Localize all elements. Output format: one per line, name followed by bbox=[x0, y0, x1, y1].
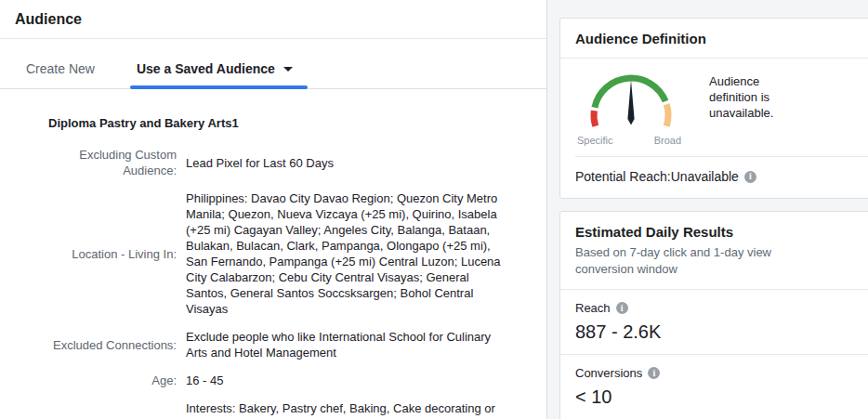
conversions-label-row: Conversions bbox=[575, 366, 868, 380]
audience-definition-message: Audience definition is unavailable. bbox=[709, 71, 795, 146]
reach-label: Reach bbox=[575, 301, 611, 315]
audience-section: Audience Create New Use a Saved Audience… bbox=[0, 0, 547, 419]
estimated-daily-results-header: Estimated Daily Results Based on 7-day c… bbox=[560, 212, 868, 289]
info-icon[interactable] bbox=[616, 302, 628, 314]
field-value: Interests: Bakery, Pastry chef, Baking, … bbox=[186, 400, 509, 419]
reach-label-row: Reach bbox=[575, 301, 868, 315]
field-row-excluding-custom-audience: Excluding Custom Audience: Lead Pixel fo… bbox=[48, 147, 509, 178]
tab-use-saved-audience[interactable]: Use a Saved Audience bbox=[137, 61, 293, 76]
tab-create-new[interactable]: Create New bbox=[26, 61, 95, 76]
gauge-icon bbox=[575, 71, 687, 130]
conversions-value: < 10 bbox=[575, 386, 868, 408]
conversions-label: Conversions bbox=[575, 366, 642, 380]
potential-reach-label: Potential Reach:Unavailable bbox=[575, 169, 739, 184]
audience-definition-gauge: Specific Broad bbox=[575, 71, 687, 146]
field-value: 16 - 45 bbox=[186, 373, 509, 388]
field-label: Excluded Connections: bbox=[48, 337, 177, 353]
saved-audience-name: Diploma Pastry and Bakery Arts1 bbox=[48, 116, 509, 130]
conversions-metric: Conversions < 10 bbox=[560, 354, 868, 419]
gauge-arc-specific bbox=[594, 111, 596, 126]
field-row-age: Age: 16 - 45 bbox=[48, 373, 509, 388]
audience-definition-title: Audience Definition bbox=[560, 19, 868, 59]
gauge-needle-icon bbox=[627, 80, 634, 125]
estimated-daily-results-title: Estimated Daily Results bbox=[575, 224, 868, 240]
gauge-labels: Specific Broad bbox=[575, 135, 687, 146]
gauge-arc-broad bbox=[666, 104, 668, 125]
reach-metric: Reach 887 - 2.6K bbox=[560, 289, 868, 354]
page-title: Audience bbox=[15, 11, 82, 27]
field-label: Excluding Custom Audience: bbox=[48, 147, 177, 178]
gauge-label-specific: Specific bbox=[577, 135, 613, 146]
audience-definition-card: Audience Definition Specific Broad Audie… bbox=[559, 18, 868, 199]
potential-reach-row: Potential Reach:Unavailable bbox=[560, 157, 868, 198]
sidebar: Audience Definition Specific Broad Audie… bbox=[547, 0, 868, 419]
tab-create-new-label: Create New bbox=[26, 61, 95, 76]
section-header: Audience bbox=[0, 0, 546, 39]
field-row-excluded-connections: Excluded Connections: Exclude people who… bbox=[48, 329, 509, 360]
field-value: Lead Pixel for Last 60 Days bbox=[186, 155, 509, 171]
field-row-people-who-match: People Who Match: Interests: Bakery, Pas… bbox=[48, 400, 509, 419]
field-value: Philippines: Davao City Davao Region; Qu… bbox=[186, 190, 509, 317]
chevron-down-icon bbox=[283, 67, 293, 72]
info-icon[interactable] bbox=[744, 171, 756, 183]
tab-use-saved-audience-label: Use a Saved Audience bbox=[137, 61, 275, 76]
audience-definition-body: Specific Broad Audience definition is un… bbox=[560, 59, 868, 153]
reach-value: 887 - 2.6K bbox=[575, 321, 868, 343]
audience-tabs: Create New Use a Saved Audience bbox=[0, 39, 546, 89]
field-label: Location - Living In: bbox=[48, 246, 177, 262]
audience-page: Audience Create New Use a Saved Audience… bbox=[0, 0, 868, 419]
field-label: Age: bbox=[48, 373, 177, 388]
info-icon[interactable] bbox=[648, 367, 660, 379]
field-row-location: Location - Living In: Philippines: Davao… bbox=[48, 190, 509, 317]
conversion-window-note: Based on 7-day click and 1-day view conv… bbox=[575, 244, 803, 278]
field-value: Exclude people who like International Sc… bbox=[186, 329, 509, 360]
gauge-label-broad: Broad bbox=[654, 135, 681, 146]
saved-audience-summary: Diploma Pastry and Bakery Arts1 Excludin… bbox=[0, 89, 546, 419]
estimated-daily-results-card: Estimated Daily Results Based on 7-day c… bbox=[559, 211, 868, 419]
